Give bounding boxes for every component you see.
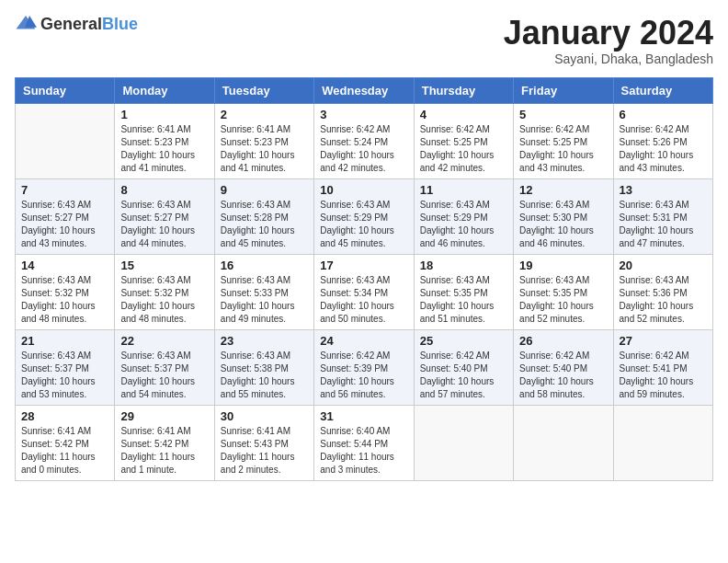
day-info: Sunrise: 6:43 AM Sunset: 5:34 PM Dayligh… — [320, 274, 407, 326]
day-info: Sunrise: 6:42 AM Sunset: 5:40 PM Dayligh… — [420, 350, 507, 401]
col-header-tuesday: Tuesday — [214, 77, 313, 103]
table-row: 13Sunrise: 6:43 AM Sunset: 5:31 PM Dayli… — [613, 178, 712, 254]
title-area: January 2024 Sayani, Dhaka, Bangladesh — [504, 15, 713, 66]
table-row: 24Sunrise: 6:42 AM Sunset: 5:39 PM Dayli… — [314, 329, 414, 405]
day-info: Sunrise: 6:43 AM Sunset: 5:32 PM Dayligh… — [21, 274, 108, 326]
day-info: Sunrise: 6:43 AM Sunset: 5:33 PM Dayligh… — [221, 274, 308, 326]
day-info: Sunrise: 6:42 AM Sunset: 5:24 PM Dayligh… — [320, 123, 407, 175]
day-number: 15 — [120, 259, 208, 272]
table-row: 4Sunrise: 6:42 AM Sunset: 5:25 PM Daylig… — [414, 103, 513, 178]
table-row: 3Sunrise: 6:42 AM Sunset: 5:24 PM Daylig… — [314, 103, 414, 178]
day-info: Sunrise: 6:43 AM Sunset: 5:31 PM Dayligh… — [620, 199, 707, 250]
page-header: GeneralBlue January 2024 Sayani, Dhaka, … — [15, 15, 713, 66]
day-number: 13 — [620, 183, 707, 197]
calendar-week-row: 28Sunrise: 6:41 AM Sunset: 5:42 PM Dayli… — [16, 405, 713, 480]
calendar-week-row: 21Sunrise: 6:43 AM Sunset: 5:37 PM Dayli… — [16, 329, 713, 405]
day-info: Sunrise: 6:41 AM Sunset: 5:23 PM Dayligh… — [221, 123, 308, 175]
table-row: 18Sunrise: 6:43 AM Sunset: 5:35 PM Dayli… — [414, 254, 513, 329]
table-row: 26Sunrise: 6:42 AM Sunset: 5:40 PM Dayli… — [514, 329, 613, 405]
day-number: 1 — [120, 108, 208, 121]
day-info: Sunrise: 6:41 AM Sunset: 5:42 PM Dayligh… — [21, 425, 108, 477]
table-row — [613, 405, 712, 480]
table-row: 12Sunrise: 6:43 AM Sunset: 5:30 PM Dayli… — [514, 178, 613, 254]
day-number: 3 — [320, 108, 407, 121]
day-number: 25 — [420, 334, 507, 348]
day-number: 24 — [320, 334, 407, 348]
logo-text-general: General — [40, 15, 102, 33]
day-info: Sunrise: 6:41 AM Sunset: 5:42 PM Dayligh… — [120, 425, 208, 477]
day-info: Sunrise: 6:41 AM Sunset: 5:23 PM Dayligh… — [120, 123, 208, 175]
day-number: 7 — [21, 183, 108, 197]
day-number: 9 — [221, 183, 308, 197]
day-info: Sunrise: 6:43 AM Sunset: 5:37 PM Dayligh… — [21, 350, 108, 401]
day-number: 28 — [21, 409, 108, 423]
day-number: 22 — [120, 334, 208, 348]
day-info: Sunrise: 6:42 AM Sunset: 5:39 PM Dayligh… — [320, 350, 407, 401]
table-row: 28Sunrise: 6:41 AM Sunset: 5:42 PM Dayli… — [16, 405, 115, 480]
calendar-week-row: 7Sunrise: 6:43 AM Sunset: 5:27 PM Daylig… — [16, 178, 713, 254]
table-row: 27Sunrise: 6:42 AM Sunset: 5:41 PM Dayli… — [613, 329, 712, 405]
day-info: Sunrise: 6:43 AM Sunset: 5:36 PM Dayligh… — [620, 274, 707, 326]
day-info: Sunrise: 6:43 AM Sunset: 5:32 PM Dayligh… — [120, 274, 208, 326]
day-number: 2 — [221, 108, 308, 121]
day-number: 11 — [420, 183, 507, 197]
day-number: 18 — [420, 259, 507, 272]
day-number: 10 — [320, 183, 407, 197]
day-info: Sunrise: 6:43 AM Sunset: 5:27 PM Dayligh… — [120, 199, 208, 250]
col-header-saturday: Saturday — [613, 77, 712, 103]
col-header-sunday: Sunday — [16, 77, 115, 103]
month-title: January 2024 — [504, 15, 713, 52]
day-number: 31 — [320, 409, 407, 423]
day-info: Sunrise: 6:43 AM Sunset: 5:37 PM Dayligh… — [120, 350, 208, 401]
day-info: Sunrise: 6:42 AM Sunset: 5:40 PM Dayligh… — [519, 350, 607, 401]
day-number: 19 — [519, 259, 607, 272]
logo-icon — [15, 14, 37, 32]
table-row — [514, 405, 613, 480]
logo: GeneralBlue — [15, 15, 138, 34]
table-row: 10Sunrise: 6:43 AM Sunset: 5:29 PM Dayli… — [314, 178, 414, 254]
day-number: 5 — [519, 108, 607, 121]
day-number: 16 — [221, 259, 308, 272]
table-row: 7Sunrise: 6:43 AM Sunset: 5:27 PM Daylig… — [16, 178, 115, 254]
day-info: Sunrise: 6:43 AM Sunset: 5:30 PM Dayligh… — [519, 199, 607, 250]
col-header-friday: Friday — [514, 77, 613, 103]
table-row: 25Sunrise: 6:42 AM Sunset: 5:40 PM Dayli… — [414, 329, 513, 405]
subtitle: Sayani, Dhaka, Bangladesh — [504, 52, 713, 66]
day-number: 23 — [221, 334, 308, 348]
table-row: 2Sunrise: 6:41 AM Sunset: 5:23 PM Daylig… — [214, 103, 313, 178]
day-info: Sunrise: 6:41 AM Sunset: 5:43 PM Dayligh… — [221, 425, 308, 477]
col-header-thursday: Thursday — [414, 77, 513, 103]
table-row: 20Sunrise: 6:43 AM Sunset: 5:36 PM Dayli… — [613, 254, 712, 329]
day-number: 4 — [420, 108, 507, 121]
day-info: Sunrise: 6:43 AM Sunset: 5:27 PM Dayligh… — [21, 199, 108, 250]
table-row: 31Sunrise: 6:40 AM Sunset: 5:44 PM Dayli… — [314, 405, 414, 480]
table-row — [16, 103, 115, 178]
table-row: 1Sunrise: 6:41 AM Sunset: 5:23 PM Daylig… — [115, 103, 214, 178]
header-row: Sunday Monday Tuesday Wednesday Thursday… — [16, 77, 713, 103]
day-info: Sunrise: 6:43 AM Sunset: 5:38 PM Dayligh… — [221, 350, 308, 401]
day-number: 21 — [21, 334, 108, 348]
col-header-monday: Monday — [115, 77, 214, 103]
table-row: 14Sunrise: 6:43 AM Sunset: 5:32 PM Dayli… — [16, 254, 115, 329]
day-info: Sunrise: 6:40 AM Sunset: 5:44 PM Dayligh… — [320, 425, 407, 477]
table-row: 9Sunrise: 6:43 AM Sunset: 5:28 PM Daylig… — [214, 178, 313, 254]
day-info: Sunrise: 6:43 AM Sunset: 5:29 PM Dayligh… — [420, 199, 507, 250]
day-number: 30 — [221, 409, 308, 423]
day-number: 29 — [120, 409, 208, 423]
table-row: 23Sunrise: 6:43 AM Sunset: 5:38 PM Dayli… — [214, 329, 313, 405]
table-row: 6Sunrise: 6:42 AM Sunset: 5:26 PM Daylig… — [613, 103, 712, 178]
day-number: 26 — [519, 334, 607, 348]
col-header-wednesday: Wednesday — [314, 77, 414, 103]
calendar-week-row: 14Sunrise: 6:43 AM Sunset: 5:32 PM Dayli… — [16, 254, 713, 329]
day-number: 17 — [320, 259, 407, 272]
calendar-week-row: 1Sunrise: 6:41 AM Sunset: 5:23 PM Daylig… — [16, 103, 713, 178]
day-info: Sunrise: 6:43 AM Sunset: 5:35 PM Dayligh… — [420, 274, 507, 326]
day-number: 6 — [620, 108, 707, 121]
day-number: 8 — [120, 183, 208, 197]
table-row: 30Sunrise: 6:41 AM Sunset: 5:43 PM Dayli… — [214, 405, 313, 480]
table-row — [414, 405, 513, 480]
day-info: Sunrise: 6:42 AM Sunset: 5:25 PM Dayligh… — [519, 123, 607, 175]
table-row: 17Sunrise: 6:43 AM Sunset: 5:34 PM Dayli… — [314, 254, 414, 329]
table-row: 21Sunrise: 6:43 AM Sunset: 5:37 PM Dayli… — [16, 329, 115, 405]
logo-text-blue: Blue — [102, 15, 138, 33]
